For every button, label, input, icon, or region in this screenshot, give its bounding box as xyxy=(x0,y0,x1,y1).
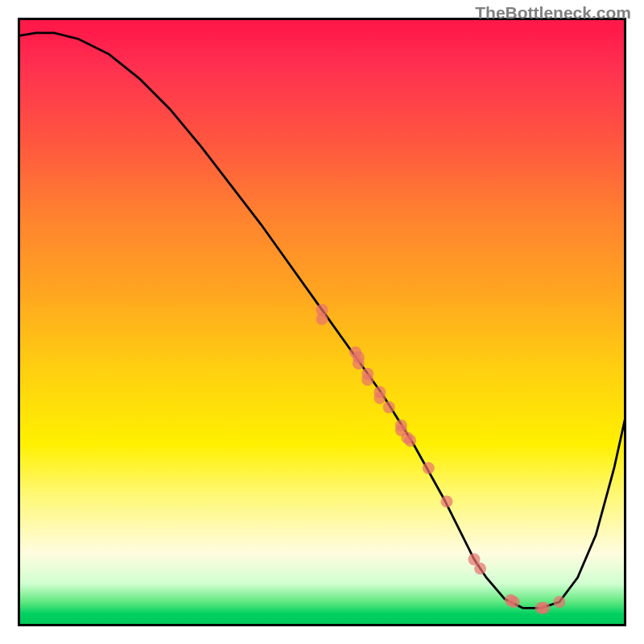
data-point xyxy=(404,435,416,447)
data-point xyxy=(440,496,452,508)
data-point xyxy=(423,462,435,474)
data-point xyxy=(553,596,565,608)
scatter-points-group xyxy=(316,303,566,613)
axis-border-left xyxy=(18,18,20,626)
chart-plot-area xyxy=(18,18,626,626)
axis-border-right xyxy=(624,18,626,626)
data-point xyxy=(474,563,486,575)
data-point xyxy=(316,313,328,325)
data-point xyxy=(383,401,395,413)
data-point xyxy=(353,357,365,369)
data-point xyxy=(361,374,374,386)
chart-svg xyxy=(18,18,626,626)
data-point xyxy=(538,602,550,614)
data-point xyxy=(374,392,386,404)
axis-border-bottom xyxy=(18,624,626,626)
data-point xyxy=(508,596,520,608)
watermark-text: TheBottleneck.com xyxy=(475,3,631,23)
